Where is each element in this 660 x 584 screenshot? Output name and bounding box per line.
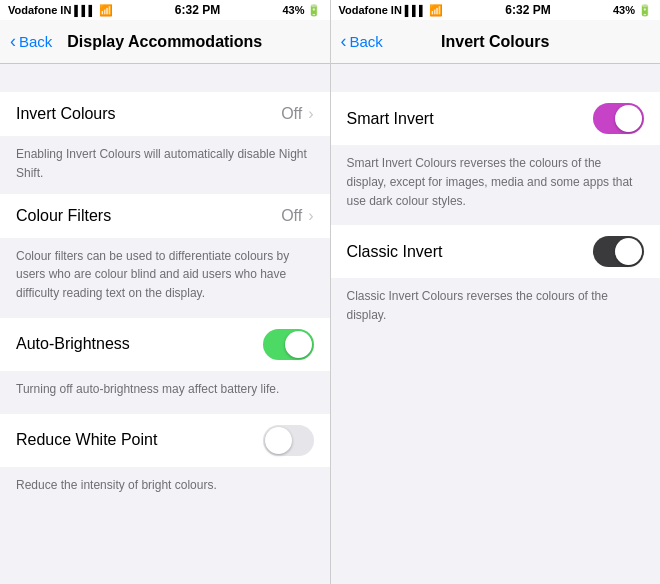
invert-colours-description-block: Enabling Invert Colours will automatical… — [0, 136, 330, 194]
time-2: 6:32 PM — [505, 3, 550, 17]
colour-filters-description-block: Colour filters can be used to differenti… — [0, 238, 330, 314]
wifi-icon-1: 📶 — [99, 4, 113, 17]
smart-invert-section: Smart Invert — [331, 92, 661, 145]
content-2: Smart Invert Smart Invert Colours revers… — [331, 64, 661, 584]
auto-brightness-section: Auto-Brightness — [0, 318, 330, 371]
smart-invert-knob — [615, 105, 642, 132]
colour-filters-description: Colour filters can be used to differenti… — [16, 249, 289, 301]
signal-icon-1: ▌▌▌ — [74, 5, 95, 16]
reduce-white-point-section: Reduce White Point — [0, 414, 330, 467]
back-button-1[interactable]: ‹ Back — [10, 32, 52, 52]
auto-brightness-description: Turning off auto-brightness may affect b… — [16, 382, 279, 396]
battery-icon-2: 🔋 — [638, 4, 652, 17]
content-1: Invert Colours Off › Enabling Invert Col… — [0, 64, 330, 584]
smart-invert-toggle[interactable] — [593, 103, 644, 134]
battery-percent-1: 43% — [282, 4, 304, 16]
carrier-1: Vodafone IN — [8, 4, 71, 16]
invert-colours-description: Enabling Invert Colours will automatical… — [16, 147, 307, 180]
back-button-2[interactable]: ‹ Back — [341, 32, 383, 52]
invert-colours-label: Invert Colours — [16, 105, 116, 123]
signal-icon-2: ▌▌▌ — [405, 5, 426, 16]
status-bar-right-2: 43% 🔋 — [613, 4, 652, 17]
time-1: 6:32 PM — [175, 3, 220, 17]
auto-brightness-description-block: Turning off auto-brightness may affect b… — [0, 371, 330, 410]
status-bar-left-1: Vodafone IN ▌▌▌ 📶 — [8, 4, 113, 17]
classic-invert-label: Classic Invert — [347, 243, 443, 261]
nav-title-1: Display Accommodations — [67, 33, 262, 51]
reduce-white-point-description: Reduce the intensity of bright colours. — [16, 478, 217, 492]
classic-invert-knob — [615, 238, 642, 265]
smart-invert-description: Smart Invert Colours reverses the colour… — [347, 156, 633, 208]
back-chevron-1: ‹ — [10, 31, 16, 52]
classic-invert-toggle[interactable] — [593, 236, 644, 267]
battery-icon-1: 🔋 — [307, 4, 321, 17]
colour-filters-right: Off › — [281, 207, 313, 225]
reduce-white-point-knob — [265, 427, 292, 454]
classic-invert-description: Classic Invert Colours reverses the colo… — [347, 289, 608, 322]
battery-percent-2: 43% — [613, 4, 635, 16]
invert-colours-section: Invert Colours Off › — [0, 92, 330, 136]
invert-colours-right: Off › — [281, 105, 313, 123]
smart-invert-description-block: Smart Invert Colours reverses the colour… — [331, 145, 661, 221]
nav-bar-1: ‹ Back Display Accommodations — [0, 20, 330, 64]
auto-brightness-label: Auto-Brightness — [16, 335, 130, 353]
colour-filters-label: Colour Filters — [16, 207, 111, 225]
invert-colours-row[interactable]: Invert Colours Off › — [0, 92, 330, 136]
classic-invert-description-block: Classic Invert Colours reverses the colo… — [331, 278, 661, 336]
wifi-icon-2: 📶 — [429, 4, 443, 17]
status-bar-left-2: Vodafone IN ▌▌▌ 📶 — [339, 4, 444, 17]
invert-colours-chevron: › — [308, 105, 313, 123]
reduce-white-point-row: Reduce White Point — [0, 414, 330, 467]
colour-filters-chevron: › — [308, 207, 313, 225]
screen-invert-colours: Vodafone IN ▌▌▌ 📶 6:32 PM 43% 🔋 ‹ Back I… — [331, 0, 661, 584]
reduce-white-point-label: Reduce White Point — [16, 431, 157, 449]
reduce-white-point-description-block: Reduce the intensity of bright colours. — [0, 467, 330, 506]
colour-filters-section: Colour Filters Off › — [0, 194, 330, 238]
status-bar-2: Vodafone IN ▌▌▌ 📶 6:32 PM 43% 🔋 — [331, 0, 661, 20]
status-bar-right-1: 43% 🔋 — [282, 4, 321, 17]
back-chevron-2: ‹ — [341, 31, 347, 52]
reduce-white-point-toggle[interactable] — [263, 425, 314, 456]
nav-bar-2: ‹ Back Invert Colours — [331, 20, 661, 64]
auto-brightness-knob — [285, 331, 312, 358]
carrier-2: Vodafone IN — [339, 4, 402, 16]
auto-brightness-toggle[interactable] — [263, 329, 314, 360]
classic-invert-section: Classic Invert — [331, 225, 661, 278]
invert-colours-value: Off — [281, 105, 302, 123]
status-bar-1: Vodafone IN ▌▌▌ 📶 6:32 PM 43% 🔋 — [0, 0, 330, 20]
back-label-2: Back — [350, 33, 383, 50]
smart-invert-label: Smart Invert — [347, 110, 434, 128]
colour-filters-value: Off — [281, 207, 302, 225]
screen-display-accommodations: Vodafone IN ▌▌▌ 📶 6:32 PM 43% 🔋 ‹ Back D… — [0, 0, 330, 584]
nav-title-2: Invert Colours — [441, 33, 549, 51]
auto-brightness-row: Auto-Brightness — [0, 318, 330, 371]
back-label-1: Back — [19, 33, 52, 50]
colour-filters-row[interactable]: Colour Filters Off › — [0, 194, 330, 238]
classic-invert-row: Classic Invert — [331, 225, 661, 278]
smart-invert-row: Smart Invert — [331, 92, 661, 145]
